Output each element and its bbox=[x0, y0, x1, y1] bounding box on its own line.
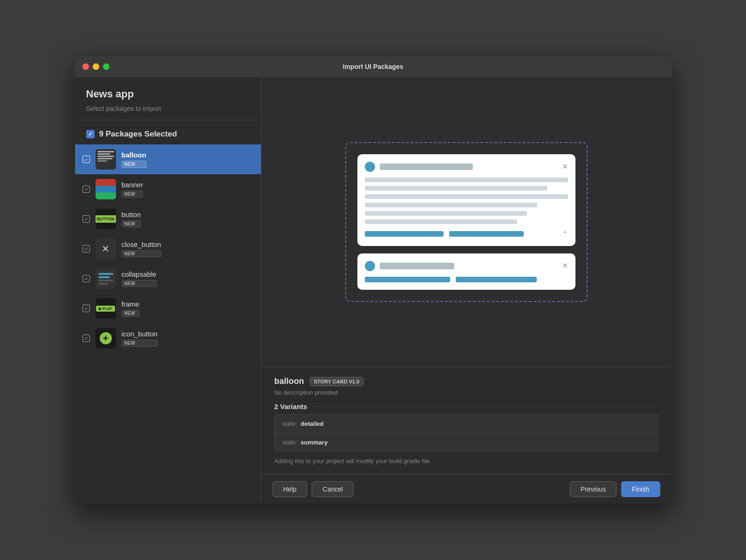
footer-bar: Help Cancel Previous Finish bbox=[261, 474, 671, 504]
package-checkbox-button[interactable] bbox=[82, 215, 90, 223]
card-line-4 bbox=[365, 203, 538, 207]
package-checkbox-banner[interactable] bbox=[82, 185, 90, 193]
package-badge-icon-button: NEW bbox=[122, 340, 158, 347]
card-line-2 bbox=[365, 186, 548, 191]
list-item[interactable]: ▶ PLAY frame NEW bbox=[75, 294, 261, 323]
package-info-icon-button: icon_button NEW bbox=[122, 330, 158, 347]
package-icon-collapsable bbox=[96, 268, 116, 289]
card-summary-header-left bbox=[365, 261, 454, 271]
details-package-name: balloon bbox=[274, 376, 304, 386]
details-title-row: balloon STORY CARD V1.0 bbox=[274, 376, 658, 386]
card-footer: ⌃ bbox=[365, 230, 568, 239]
details-story-card-badge: STORY CARD V1.0 bbox=[310, 377, 364, 386]
sidebar-divider bbox=[75, 120, 261, 120]
sidebar: News app Select packages to import 9 Pac… bbox=[75, 77, 261, 504]
previous-button[interactable]: Previous bbox=[570, 481, 616, 497]
package-icon-balloon bbox=[96, 149, 116, 170]
package-icon-button: BUTTON bbox=[96, 209, 116, 229]
card-summary-btn-2 bbox=[456, 277, 537, 282]
footer-right: Previous Finish bbox=[570, 481, 660, 497]
package-icon-banner bbox=[96, 179, 116, 199]
list-item[interactable]: banner NEW bbox=[75, 174, 261, 204]
app-name: News app bbox=[86, 88, 250, 100]
package-name-button: button bbox=[122, 211, 141, 219]
card-line-6 bbox=[365, 219, 517, 224]
package-badge-banner: NEW bbox=[122, 191, 144, 198]
maximize-button[interactable] bbox=[103, 63, 110, 70]
variant-row-summary: state: summary bbox=[274, 433, 658, 452]
package-badge-frame: NEW bbox=[122, 310, 139, 317]
variant-value-2: summary bbox=[301, 439, 328, 446]
list-item[interactable]: ✕ close_button NEW bbox=[75, 234, 261, 264]
package-info-button: button NEW bbox=[122, 211, 141, 227]
finish-button[interactable]: Finish bbox=[621, 481, 660, 497]
card-summary-header: ✕ bbox=[365, 261, 568, 271]
list-item[interactable]: collapsable NEW bbox=[75, 264, 261, 294]
card-preview-summary: ✕ bbox=[357, 253, 575, 290]
list-item[interactable]: BUTTON button NEW bbox=[75, 204, 261, 234]
card-footer-btn-1 bbox=[365, 231, 444, 237]
package-name-banner: banner bbox=[122, 181, 144, 189]
card-preview-detailed: ✕ ⌃ bbox=[357, 154, 575, 246]
window-controls bbox=[82, 63, 110, 70]
card-summary-btn-1 bbox=[365, 277, 450, 282]
details-description: No description provided bbox=[274, 389, 658, 396]
help-button[interactable]: Help bbox=[273, 481, 308, 497]
package-badge-balloon: NEW bbox=[122, 161, 146, 168]
card-line-5 bbox=[365, 211, 527, 216]
package-info-banner: banner NEW bbox=[122, 181, 144, 198]
package-info-close-button: close_button NEW bbox=[122, 240, 161, 257]
sidebar-subtitle: Select packages to import bbox=[86, 105, 250, 112]
list-item[interactable]: + icon_button NEW bbox=[75, 323, 261, 353]
card-summary-avatar-dot bbox=[365, 261, 375, 271]
package-badge-collapsable: NEW bbox=[122, 280, 157, 287]
right-panel: ✕ ⌃ bbox=[261, 77, 671, 504]
card-close-icon: ✕ bbox=[562, 162, 568, 171]
package-checkbox-close-button[interactable] bbox=[82, 245, 90, 253]
cancel-button[interactable]: Cancel bbox=[312, 481, 354, 497]
card-summary-close-icon: ✕ bbox=[562, 261, 568, 270]
package-icon-frame: ▶ PLAY bbox=[96, 298, 116, 319]
titlebar: Import UI Packages bbox=[75, 56, 671, 77]
variants-label: 2 Variants bbox=[274, 403, 658, 410]
package-name-collapsable: collapsable bbox=[122, 270, 157, 278]
preview-dashed-container: ✕ ⌃ bbox=[345, 142, 588, 302]
details-panel: balloon STORY CARD V1.0 No description p… bbox=[261, 367, 671, 474]
variant-value-1: detailed bbox=[301, 420, 323, 427]
package-list: balloon NEW banner NEW bbox=[75, 144, 261, 504]
card-header: ✕ bbox=[365, 162, 568, 172]
card-line-1 bbox=[365, 178, 568, 182]
window-title: Import UI Packages bbox=[343, 63, 404, 70]
package-name-frame: frame bbox=[122, 300, 139, 308]
package-checkbox-frame[interactable] bbox=[82, 305, 90, 312]
package-name-icon-button: icon_button bbox=[122, 330, 158, 338]
close-button[interactable] bbox=[82, 63, 89, 70]
package-info-collapsable: collapsable NEW bbox=[122, 270, 157, 287]
card-line-3 bbox=[365, 194, 568, 199]
card-title-bar bbox=[380, 164, 473, 170]
list-item[interactable]: balloon NEW bbox=[75, 144, 261, 174]
package-icon-close-button: ✕ bbox=[96, 239, 116, 259]
package-icon-icon-button: + bbox=[96, 328, 116, 348]
variant-key-2: state: bbox=[282, 439, 297, 446]
main-window: Import UI Packages News app Select packa… bbox=[75, 56, 671, 504]
variant-key-1: state: bbox=[282, 420, 297, 427]
select-all-checkbox[interactable] bbox=[86, 130, 95, 138]
package-badge-close-button: NEW bbox=[122, 250, 161, 257]
package-name-balloon: balloon bbox=[122, 151, 146, 159]
footer-left: Help Cancel bbox=[273, 481, 354, 497]
details-note: Adding this to your project will modify … bbox=[274, 458, 658, 464]
card-footer-btn-2 bbox=[449, 231, 524, 237]
package-name-close-button: close_button bbox=[122, 240, 161, 248]
package-checkbox-collapsable[interactable] bbox=[82, 275, 90, 282]
minimize-button[interactable] bbox=[93, 63, 99, 70]
card-header-left bbox=[365, 162, 473, 172]
variants-list: state: detailed state: summary bbox=[274, 414, 658, 452]
packages-selected-label: 9 Packages Selected bbox=[99, 130, 177, 139]
main-content: News app Select packages to import 9 Pac… bbox=[75, 77, 671, 504]
package-checkbox-icon-button[interactable] bbox=[82, 335, 90, 342]
package-checkbox-balloon[interactable] bbox=[82, 156, 90, 163]
packages-selected-row: 9 Packages Selected bbox=[75, 126, 261, 144]
package-info-balloon: balloon NEW bbox=[122, 151, 146, 168]
preview-area: ✕ ⌃ bbox=[261, 77, 671, 367]
